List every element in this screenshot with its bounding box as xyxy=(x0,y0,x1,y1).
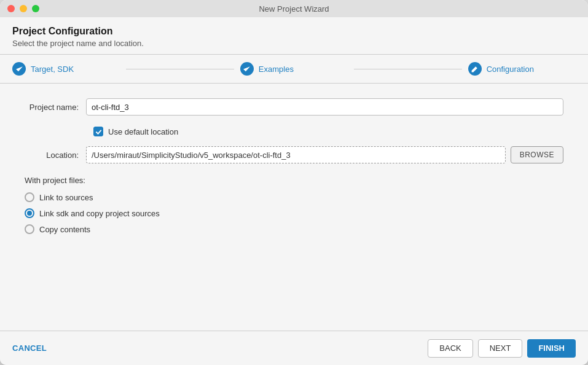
step-divider-1 xyxy=(126,69,233,69)
location-input[interactable] xyxy=(86,146,506,163)
use-default-checkbox[interactable] xyxy=(93,127,103,136)
radio-copy-contents-indicator[interactable] xyxy=(25,224,34,234)
steps-bar: Target, SDK Examples Configuration xyxy=(0,55,588,84)
minimize-button[interactable] xyxy=(20,5,27,12)
footer: CANCEL BACK NEXT FINISH xyxy=(0,331,588,365)
project-name-label: Project name: xyxy=(25,103,86,112)
radio-link-sources-indicator[interactable] xyxy=(25,192,34,202)
step-configuration: Configuration xyxy=(468,62,576,76)
cancel-button[interactable]: CANCEL xyxy=(12,343,47,353)
footer-right-buttons: BACK NEXT FINISH xyxy=(428,339,576,358)
form-content: Project name: Use default location Locat… xyxy=(0,84,588,331)
wizard-window: New Project Wizard Project Configuration… xyxy=(0,0,588,365)
radio-link-sources-label: Link to sources xyxy=(39,193,93,202)
radio-link-sources[interactable]: Link to sources xyxy=(25,192,563,202)
close-button[interactable] xyxy=(7,5,15,12)
radio-copy-contents[interactable]: Copy contents xyxy=(25,224,563,234)
step-target-sdk: Target, SDK xyxy=(12,62,120,76)
step-configuration-label: Configuration xyxy=(487,65,534,74)
radio-copy-contents-label: Copy contents xyxy=(39,225,90,234)
step-examples: Examples xyxy=(240,62,348,76)
with-project-section: With project files: Link to sources Link… xyxy=(25,176,563,234)
project-name-input[interactable] xyxy=(86,98,563,116)
step-target-sdk-icon xyxy=(12,62,26,76)
page-header: Project Configuration Select the project… xyxy=(0,17,588,55)
page-subtitle: Select the project name and location. xyxy=(12,39,576,48)
with-project-label: With project files: xyxy=(25,176,563,185)
window-title: New Project Wizard xyxy=(259,4,329,14)
project-name-row: Project name: xyxy=(25,98,563,116)
radio-link-sdk-copy-label: Link sdk and copy project sources xyxy=(39,209,160,218)
use-default-row[interactable]: Use default location xyxy=(93,127,563,136)
step-divider-2 xyxy=(354,69,461,69)
title-bar: New Project Wizard xyxy=(0,0,588,17)
radio-link-sdk-copy-indicator[interactable] xyxy=(25,208,34,218)
step-examples-icon xyxy=(240,62,254,76)
step-target-sdk-label: Target, SDK xyxy=(31,65,74,74)
location-row: Location: BROWSE xyxy=(25,146,563,163)
page-title: Project Configuration xyxy=(12,26,576,37)
browse-button[interactable]: BROWSE xyxy=(511,146,563,163)
step-configuration-icon xyxy=(468,62,482,76)
use-default-label: Use default location xyxy=(108,127,178,136)
maximize-button[interactable] xyxy=(32,5,39,12)
finish-button[interactable]: FINISH xyxy=(527,339,576,358)
radio-link-sdk-copy[interactable]: Link sdk and copy project sources xyxy=(25,208,563,218)
back-button[interactable]: BACK xyxy=(428,339,472,358)
radio-link-sdk-copy-dot xyxy=(27,211,32,216)
step-examples-label: Examples xyxy=(259,65,294,74)
next-button[interactable]: NEXT xyxy=(478,339,523,358)
location-label: Location: xyxy=(25,151,86,160)
traffic-lights xyxy=(7,5,39,12)
